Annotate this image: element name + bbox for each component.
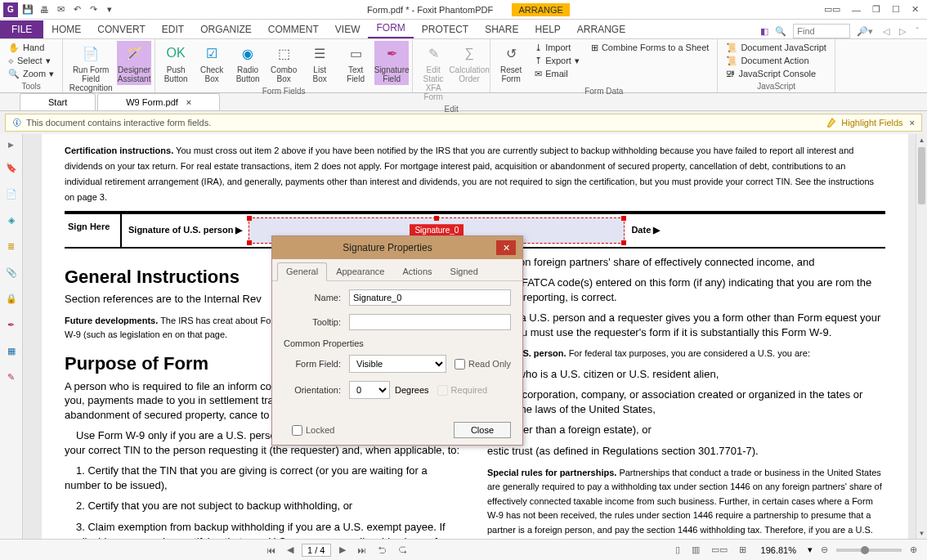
menu-share[interactable]: SHARE [477,20,526,38]
form-field-select[interactable]: Visible [349,355,446,373]
close-window-icon[interactable]: ✕ [908,2,922,16]
skin-icon[interactable]: ◧ [760,26,768,37]
dialog-close-icon[interactable]: ✕ [496,240,516,255]
nav-prev-icon[interactable]: ◁ [880,26,893,37]
tab-start[interactable]: Start [20,93,96,110]
hand-tool[interactable]: ✋ Hand [3,41,59,54]
menu-arrange[interactable]: ARRANGE [569,20,634,38]
zoom-in-icon[interactable]: ⊕ [907,544,920,555]
file-tab[interactable]: FILE [0,20,43,38]
signature-field-button[interactable]: ✒Signature Field [374,41,409,85]
qat-dropdown-icon[interactable]: ▾ [103,3,116,16]
dtab-actions[interactable]: Actions [393,262,441,280]
view-facing-icon[interactable]: ▭▭ [708,544,731,555]
doc-js-button[interactable]: 📜 Document JavaScript [721,41,831,54]
tab-close-icon[interactable]: × [186,97,191,107]
info-close-icon[interactable]: × [910,118,915,128]
qat-mail-icon[interactable]: ✉ [54,3,67,16]
combine-forms-button[interactable]: ⊞ Combine Forms to a Sheet [586,41,714,54]
menu-view[interactable]: VIEW [327,20,369,38]
ribbon-collapse-icon[interactable]: ˇ [912,26,922,36]
page-number-input[interactable] [302,544,331,557]
minimize-icon[interactable]: — [849,3,864,16]
locked-checkbox[interactable] [292,425,302,436]
email-button[interactable]: ✉ Email [530,67,584,80]
import-button[interactable]: ⤓ Import [530,41,584,54]
bookmarks-icon[interactable]: 🔖 [4,160,19,175]
maximize-icon[interactable]: ☐ [889,2,903,16]
attachments-icon[interactable]: 📎 [4,265,19,280]
prev-page-icon[interactable]: ◀ [284,544,297,555]
menu-organize[interactable]: ORGANIZE [192,20,260,38]
small-layout-icon[interactable]: ▭▭ [821,2,844,16]
js-console-button[interactable]: 🖳 JavaScript Console [721,67,831,80]
zoom-slider[interactable] [836,549,902,552]
comments-icon[interactable]: ≣ [4,239,19,253]
info-message: This document contains interactive form … [26,118,826,128]
dialog-title: Signature Properties [279,242,496,253]
name-input[interactable] [349,289,511,306]
check-box-button[interactable]: ☑Check Box [195,41,229,85]
nav-next-icon[interactable]: ▷ [896,26,909,37]
view-single-icon[interactable]: ▯ [672,544,683,555]
run-recognition-button[interactable]: 📄Run Form Field Recognition [66,41,115,94]
menu-edit[interactable]: EDIT [154,20,192,38]
menu-protect[interactable]: PROTECT [414,20,477,38]
menu-help[interactable]: HELP [527,20,569,38]
fields-icon[interactable]: ▦ [4,343,19,358]
restore-icon[interactable]: ❐ [869,2,884,16]
zoom-tool[interactable]: 🔍 Zoom ▾ [3,67,59,80]
group-tools-label: Tools [3,80,59,92]
zoom-dropdown-icon[interactable]: ▾ [808,544,813,555]
menu-comment[interactable]: COMMENT [260,20,327,38]
menu-convert[interactable]: CONVERT [89,20,153,38]
doc-action-button[interactable]: 📜 Document Action [721,54,831,67]
qat-print-icon[interactable]: 🖶 [38,3,51,16]
radio-button[interactable]: ◉Radio Button [231,41,265,85]
menu-form[interactable]: FORM [368,19,413,38]
reset-form-button[interactable]: ↺Reset Form [494,41,528,85]
history-forward-icon[interactable]: ⮎ [395,545,410,555]
find-options-icon[interactable]: 🔎▾ [853,26,876,37]
designer-assistant-button[interactable]: 🪄Designer Assistant [117,41,151,85]
tooltip-input[interactable] [349,314,511,330]
list-box-button[interactable]: ☰List Box [302,41,337,85]
tab-document[interactable]: W9 Form.pdf× [97,93,220,110]
scroll-thumb[interactable] [918,147,925,204]
close-button[interactable]: Close [454,422,511,438]
calculation-order-button: ∑Calculation Order [452,41,486,85]
highlight-fields-button[interactable]: Highlight Fields [826,117,902,128]
view-cont-facing-icon[interactable]: ⊞ [736,544,750,555]
search-icon: 🔍 [772,26,790,37]
orientation-select[interactable]: 0 [349,381,390,399]
select-tool[interactable]: ⟐ Select ▾ [3,54,59,67]
combo-box-button[interactable]: ⬚Combo Box [266,41,301,85]
text-field-button[interactable]: ▭Text Field [338,41,373,85]
first-page-icon[interactable]: ⏮ [263,545,279,555]
qat-undo-icon[interactable]: ↶ [70,3,83,16]
layers-icon[interactable]: ◈ [4,213,19,227]
dtab-appearance[interactable]: Appearance [327,262,393,280]
security-icon[interactable]: 🔒 [4,291,19,306]
view-continuous-icon[interactable]: ▥ [688,544,703,555]
qat-save-icon[interactable]: 💾 [21,3,34,16]
scroll-up-icon[interactable]: ▲ [916,134,927,146]
scroll-down-icon[interactable]: ▼ [916,527,927,539]
menu-home[interactable]: HOME [43,20,89,38]
next-page-icon[interactable]: ▶ [336,544,349,555]
dtab-general[interactable]: General [277,262,327,281]
pages-icon[interactable]: 📄 [4,186,19,201]
vertical-scrollbar[interactable]: ▲ ▼ [916,134,927,539]
readonly-checkbox[interactable] [455,359,465,370]
find-input[interactable] [793,24,850,38]
export-button[interactable]: ⤒ Export ▾ [530,54,584,67]
dtab-signed[interactable]: Signed [441,262,487,280]
qat-redo-icon[interactable]: ↷ [87,3,100,16]
last-page-icon[interactable]: ⏭ [354,545,369,555]
shared-review-icon[interactable]: ✎ [4,370,19,384]
zoom-out-icon[interactable]: ⊖ [817,544,831,555]
signatures-icon[interactable]: ✒ [4,317,19,332]
history-back-icon[interactable]: ⮌ [374,545,390,555]
push-button[interactable]: OKPush Button [159,41,193,85]
dialog-titlebar[interactable]: Signature Properties ✕ [272,236,522,259]
